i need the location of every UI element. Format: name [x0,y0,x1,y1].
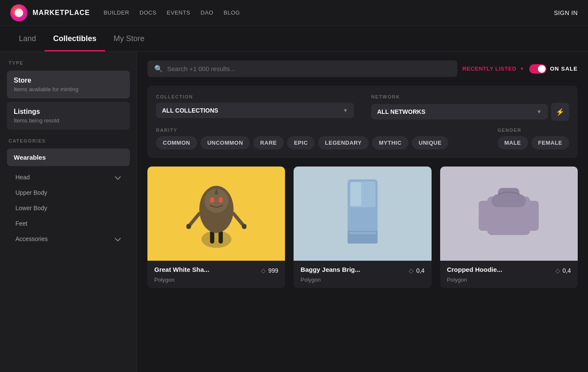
secondary-nav: Land Collectibles My Store [0,26,588,52]
type-listings-title: Listings [14,108,123,116]
category-accessories[interactable]: Accessories [7,231,130,247]
wearables-button[interactable]: Wearables [7,149,130,166]
logo-icon[interactable] [10,4,27,21]
svg-rect-16 [349,232,376,234]
rarity-uncommon[interactable]: UNCOMMON [201,136,250,149]
item-name-row-1: Baggy Jeans Brig... ◇ 0,4 [300,266,424,275]
network-label: NETWORK [371,94,569,99]
rarity-common[interactable]: COMMON [156,136,197,149]
item-name-1: Baggy Jeans Brig... [300,266,360,273]
type-section-title: TYPE [7,60,130,65]
search-icon: 🔍 [154,65,163,73]
network-select[interactable]: ALL NETWORKS ▼ [371,104,548,119]
categories-section: CATEGORIES Wearables Head Upper Body Low… [7,138,130,247]
tab-my-store[interactable]: My Store [105,26,153,51]
sort-button[interactable]: RECENTLY LISTED ▼ [462,65,524,72]
rarity-label: RARITY [156,128,480,133]
search-bar[interactable]: 🔍 [147,60,457,77]
flash-button[interactable]: ⚡ [551,103,569,121]
collection-select[interactable]: ALL COLLECTIONS ▼ [156,103,354,118]
category-head[interactable]: Head [7,170,130,185]
rarity-gender-row: RARITY COMMON UNCOMMON RARE EPIC LEGENDA… [156,128,569,149]
gender-male[interactable]: MALE [498,136,528,149]
gender-pills: MALE FEMALE [498,136,569,149]
on-sale-toggle: ON SALE [529,64,578,74]
sort-label: RECENTLY LISTED [462,65,516,72]
collection-filter: COLLECTION ALL COLLECTIONS ▼ [156,94,354,121]
search-row: 🔍 RECENTLY LISTED ▼ ON SALE [147,60,578,77]
svg-rect-18 [479,201,494,231]
type-store-card[interactable]: Store Items available for minting [7,71,130,98]
price-diamond-1: ◇ [409,267,414,274]
type-listings-sub: Items being resold [14,117,123,124]
type-listings-card[interactable]: Listings Items being resold [7,102,130,130]
collection-chevron-icon: ▼ [343,107,348,113]
rarity-filter: RARITY COMMON UNCOMMON RARE EPIC LEGENDA… [156,128,480,149]
svg-rect-14 [351,182,361,206]
gender-filter: GENDER MALE FEMALE [498,128,569,149]
item-info-1: Baggy Jeans Brig... ◇ 0,4 Polygon [294,261,431,288]
gender-female[interactable]: FEMALE [531,136,569,149]
price-val-2: 0,4 [563,267,571,274]
item-price-2: ◇ 0,4 [555,267,571,274]
item-info-2: Cropped Hoodie... ◇ 0,4 Polygon [440,261,578,288]
nav-builder[interactable]: BUILDER [104,9,129,16]
gender-label: GENDER [498,128,569,133]
price-diamond-2: ◇ [555,267,560,274]
rarity-mythic[interactable]: MYTHIC [372,136,408,149]
network-filter: NETWORK ALL NETWORKS ▼ ⚡ [371,94,569,121]
rarity-unique[interactable]: UNIQUE [412,136,449,149]
sort-chevron-icon: ▼ [520,66,524,71]
sign-in-button[interactable]: SIGN IN [554,9,578,16]
brand-label: MARKETPLACE [33,9,90,17]
item-name-row-2: Cropped Hoodie... ◇ 0,4 [447,266,571,275]
on-sale-label: ON SALE [550,65,578,72]
svg-rect-1 [210,231,214,244]
rarity-rare[interactable]: RARE [253,136,284,149]
item-image-2 [440,167,578,261]
category-lower-body[interactable]: Lower Body [7,200,130,216]
svg-point-5 [210,197,214,203]
tab-land[interactable]: Land [10,26,45,51]
filters-box: COLLECTION ALL COLLECTIONS ▼ NETWORK ALL… [147,86,578,158]
svg-point-6 [219,197,223,203]
nav-links: BUILDER DOCS EVENTS DAO BLOG [104,9,554,16]
category-feet[interactable]: Feet [7,216,130,231]
network-chevron-icon: ▼ [537,109,542,115]
item-price-1: ◇ 0,4 [409,267,424,274]
rarity-legendary[interactable]: LEGENDARY [318,136,369,149]
svg-rect-19 [524,201,539,231]
item-price-0: ◇ 999 [261,267,278,274]
chevron-down-icon-accessories [114,235,121,242]
item-card-0[interactable]: Great White Sha... ◇ 999 Polygon [147,167,285,288]
search-input[interactable] [167,65,450,72]
main-layout: TYPE Store Items available for minting L… [0,52,588,372]
item-name-0: Great White Sha... [154,266,209,273]
nav-dao[interactable]: DAO [201,9,213,16]
nav-events[interactable]: EVENTS [167,9,190,16]
items-grid: Great White Sha... ◇ 999 Polygon [147,167,578,288]
nav-docs[interactable]: DOCS [140,9,157,16]
collection-label: COLLECTION [156,94,354,99]
rarity-epic[interactable]: EPIC [287,136,315,149]
item-network-0: Polygon [154,277,278,283]
collection-value: ALL COLLECTIONS [162,107,218,114]
chevron-down-icon [114,174,121,181]
price-val-1: 0,4 [416,267,424,274]
category-upper-body[interactable]: Upper Body [7,185,130,200]
svg-point-0 [201,231,231,248]
item-image-1 [294,167,431,261]
item-network-2: Polygon [447,277,571,283]
network-value: ALL NETWORKS [377,108,426,115]
item-card-2[interactable]: Cropped Hoodie... ◇ 0,4 Polygon [440,167,578,288]
tab-collectibles[interactable]: Collectibles [45,26,105,51]
nav-blog[interactable]: BLOG [224,9,240,16]
top-nav: MARKETPLACE BUILDER DOCS EVENTS DAO BLOG… [0,0,588,26]
svg-rect-2 [219,231,223,244]
toggle-thumb [538,65,546,73]
on-sale-toggle-track[interactable] [529,64,546,74]
sidebar: TYPE Store Items available for minting L… [0,52,137,372]
item-image-0 [147,167,285,261]
item-card-1[interactable]: Baggy Jeans Brig... ◇ 0,4 Polygon [294,167,431,288]
item-network-1: Polygon [300,277,424,283]
